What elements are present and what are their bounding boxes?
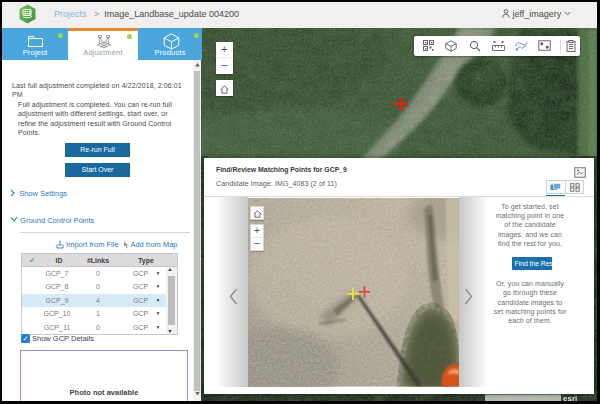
svg-text:esri: esri: [563, 394, 577, 402]
